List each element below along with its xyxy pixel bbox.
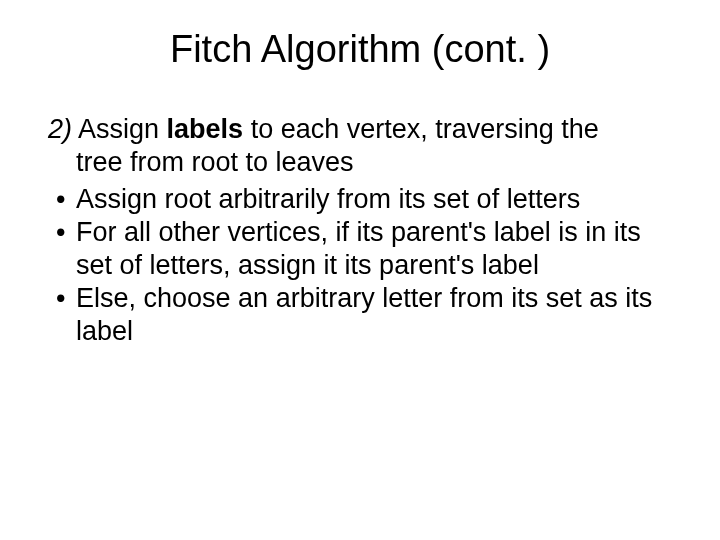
step-text-bold: labels <box>167 114 244 144</box>
step-text-before: Assign <box>78 114 167 144</box>
bullet-item: • Else, choose an arbitrary letter from … <box>48 282 680 348</box>
step-line: 2) Assign labels to each vertex, travers… <box>48 113 680 179</box>
step-text-after: to each vertex, traversing the <box>243 114 599 144</box>
bullet-dot-icon: • <box>52 216 76 282</box>
bullet-text: For all other vertices, if its parent's … <box>76 216 680 282</box>
bullet-dot-icon: • <box>52 183 76 216</box>
step-line-2: tree from root to leaves <box>48 146 354 179</box>
bullet-text: Assign root arbitrarily from its set of … <box>76 183 680 216</box>
bullet-item: • Assign root arbitrarily from its set o… <box>48 183 680 216</box>
bullet-dot-icon: • <box>52 282 76 348</box>
step-number: 2) <box>48 114 72 144</box>
slide-content: 2) Assign labels to each vertex, travers… <box>40 113 680 348</box>
bullet-text: Else, choose an arbitrary letter from it… <box>76 282 680 348</box>
slide-title: Fitch Algorithm (cont. ) <box>40 28 680 71</box>
bullet-item: • For all other vertices, if its parent'… <box>48 216 680 282</box>
